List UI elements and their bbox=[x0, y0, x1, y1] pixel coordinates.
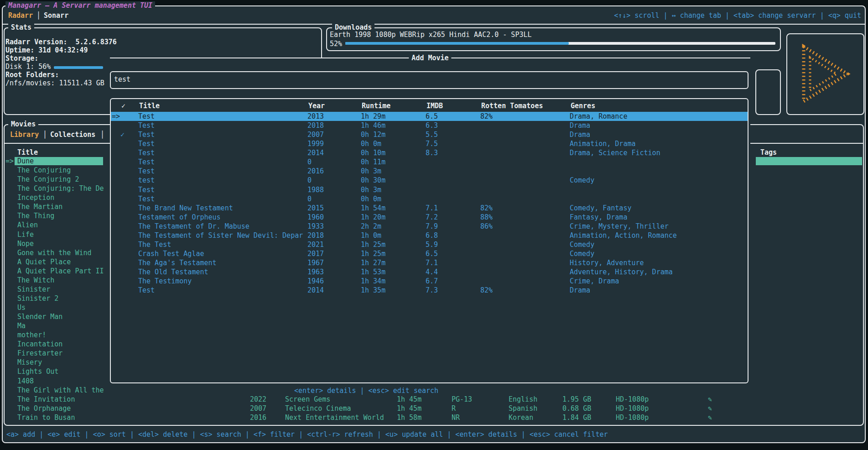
movie-certification: PG-13 bbox=[452, 395, 472, 404]
library-movie-row[interactable]: Sinister bbox=[0, 285, 109, 294]
add-movie-result-row[interactable]: The Brand New Testament20151h 54m7.182%C… bbox=[111, 204, 748, 213]
library-movie-row[interactable]: Nope bbox=[0, 239, 109, 248]
tab-sonarr[interactable]: Sonarr bbox=[44, 11, 68, 20]
add-movie-result-row[interactable]: Test19990h 0m7.5Animation, Drama bbox=[111, 139, 748, 148]
library-movie-row[interactable]: A Quiet Place bbox=[0, 257, 109, 267]
library-movie-row[interactable]: Ma bbox=[0, 321, 109, 330]
add-movie-result-row[interactable]: The Aga's Testament19671h 27m7.1History,… bbox=[111, 258, 748, 267]
add-movie-result-row[interactable]: The Test20211h 25m5.9Comedy bbox=[111, 240, 748, 249]
stats-root-folders-label: Root Folders: bbox=[5, 70, 59, 79]
add-movie-result-row[interactable]: The Testament of Sister New Devil: Depar… bbox=[111, 231, 748, 240]
library-movie-row[interactable]: The Conjuring 2 bbox=[0, 175, 109, 184]
library-movie-row[interactable]: The Conjuring bbox=[0, 166, 109, 175]
result-rotten-tomatoes: 82% bbox=[480, 204, 493, 213]
library-movie-row[interactable]: Misery bbox=[0, 358, 109, 367]
result-runtime: 1h 0m bbox=[361, 231, 381, 240]
result-title: Test bbox=[138, 286, 155, 295]
library-title-header: Title bbox=[17, 148, 38, 157]
library-movie-row[interactable]: =>Dune bbox=[0, 157, 109, 166]
library-movie-row[interactable]: The Witch bbox=[0, 276, 109, 285]
add-movie-search-box[interactable] bbox=[110, 71, 748, 89]
result-title: Test bbox=[138, 121, 155, 130]
result-year: 2007 bbox=[307, 130, 324, 139]
result-rotten-tomatoes: 86% bbox=[480, 222, 493, 231]
library-movie-row[interactable]: Slender Man bbox=[0, 312, 109, 321]
movies-table-row[interactable]: 2022Screen Gems1h 45mPG-13English1.95 GB… bbox=[0, 395, 748, 404]
add-movie-result-row[interactable]: Test00h 0m bbox=[111, 194, 748, 204]
library-movie-row[interactable]: Firestarter bbox=[0, 349, 109, 358]
library-movie-row[interactable]: Gone with the Wind bbox=[0, 248, 109, 257]
movies-panel-title: Movies bbox=[8, 120, 38, 128]
result-title: test bbox=[138, 176, 155, 185]
add-movie-result-row[interactable]: The Old Testament19631h 53m4.4Adventure,… bbox=[111, 267, 748, 277]
library-movie-row[interactable]: mother! bbox=[0, 330, 109, 340]
result-runtime: 1h 29m bbox=[361, 112, 385, 121]
header-divider bbox=[2, 24, 866, 25]
library-movie-row[interactable]: 1408 bbox=[0, 377, 109, 386]
result-runtime: 1h 25m bbox=[361, 249, 385, 258]
add-movie-result-row[interactable]: test00h 30mComedy bbox=[111, 176, 748, 185]
column-header-check: ✓ bbox=[121, 101, 125, 110]
movie-title: Sinister bbox=[17, 285, 50, 294]
result-runtime: 1h 54m bbox=[361, 204, 385, 213]
library-movie-row[interactable]: The Martian bbox=[0, 202, 109, 211]
library-movie-row[interactable]: Alien bbox=[0, 220, 109, 230]
movies-table-row[interactable]: 2007Telecinco Cinema1h 45mRSpanish0.68 G… bbox=[0, 404, 748, 413]
add-movie-result-row[interactable]: Test19880h 3m bbox=[111, 185, 748, 194]
result-imdb-rating: 7.9 bbox=[426, 222, 438, 231]
result-runtime: 0h 12m bbox=[361, 130, 385, 139]
add-movie-result-row[interactable]: Testament of Orpheus19601h 20m7.288%Fant… bbox=[111, 213, 748, 222]
movie-language: English bbox=[509, 395, 537, 404]
movies-table-row[interactable]: 2016Next Entertainment World1h 58mNRKore… bbox=[0, 413, 748, 422]
movie-title: Gone with the Wind bbox=[17, 248, 92, 257]
library-movie-row[interactable]: Inception bbox=[0, 193, 109, 202]
add-movie-result-row[interactable]: Test20181h 46m6.3Drama bbox=[111, 121, 748, 130]
result-title: The Brand New Testament bbox=[138, 204, 233, 213]
add-movie-result-row[interactable]: =>Test20131h 29m6.582%Drama, Romance bbox=[111, 112, 748, 121]
library-movie-row[interactable]: Lights Out bbox=[0, 367, 109, 376]
movie-studio: Screen Gems bbox=[285, 395, 330, 404]
tab-collections[interactable]: Collections bbox=[50, 130, 95, 139]
movie-title: The Conjuring bbox=[17, 166, 71, 175]
result-year: 2014 bbox=[307, 286, 324, 295]
result-genres: Drama bbox=[570, 130, 590, 139]
library-movie-row[interactable]: Incantation bbox=[0, 340, 109, 349]
movie-title: Misery bbox=[17, 358, 42, 367]
result-genres: History, Adventure bbox=[570, 258, 644, 267]
add-movie-search-input[interactable]: test bbox=[114, 75, 130, 84]
add-movie-result-row[interactable]: ✓Test20070h 12m5.5Drama bbox=[111, 130, 748, 139]
result-year: 1988 bbox=[307, 185, 324, 194]
result-title: Test bbox=[138, 148, 155, 157]
background-fragment-panel bbox=[755, 69, 781, 115]
result-runtime: 0h 30m bbox=[361, 176, 385, 185]
movie-title: mother! bbox=[17, 330, 46, 340]
add-movie-result-row[interactable]: Test20140h 10m8.3Drama, Science Fiction bbox=[111, 148, 748, 157]
download-item-name: Earth 1998 1080p WEBRip x265 Hindi AAC2.… bbox=[330, 30, 532, 39]
library-movie-row[interactable]: A Quiet Place Part II bbox=[0, 267, 109, 276]
collections-tab-separator: │ bbox=[100, 130, 104, 139]
add-movie-result-row[interactable]: The Testimony19461h 34m6.7Crime, Drama bbox=[111, 277, 748, 286]
add-movie-result-row[interactable]: Crash Test Aglae20171h 25m6.5Comedy bbox=[111, 249, 748, 258]
library-movie-row[interactable]: Sinister 2 bbox=[0, 294, 109, 303]
tab-library[interactable]: Library bbox=[10, 130, 39, 139]
add-movie-result-row[interactable]: The Testament of Dr. Mabuse19332h 2m7.98… bbox=[111, 222, 748, 231]
library-movie-row[interactable]: The Conjuring: The De bbox=[0, 184, 109, 193]
movie-title: The Witch bbox=[17, 276, 54, 285]
library-movie-row[interactable]: Us bbox=[0, 303, 109, 312]
selection-arrow: => bbox=[112, 112, 120, 121]
add-movie-result-row[interactable]: Test00h 11m bbox=[111, 157, 748, 167]
movie-size: 0.68 GB bbox=[562, 404, 591, 413]
add-movie-result-row[interactable]: Test20141h 35m7.382%Drama bbox=[111, 286, 748, 295]
library-movie-row[interactable]: The Thing bbox=[0, 211, 109, 220]
add-movie-result-row[interactable]: Test20160h 3m bbox=[111, 167, 748, 176]
tab-radarr[interactable]: Radarr bbox=[8, 11, 33, 20]
movie-runtime: 1h 58m bbox=[397, 413, 421, 422]
movie-certification: R bbox=[452, 404, 456, 413]
edit-pencil-icon: ✎ bbox=[708, 395, 712, 404]
result-imdb-rating: 7.2 bbox=[426, 213, 438, 222]
library-movie-row[interactable]: The Girl with All the bbox=[0, 386, 109, 395]
library-movie-row[interactable]: Life bbox=[0, 230, 109, 239]
result-year: 1999 bbox=[307, 139, 324, 148]
result-runtime: 0h 10m bbox=[361, 148, 385, 157]
movie-title: Incantation bbox=[17, 340, 62, 349]
